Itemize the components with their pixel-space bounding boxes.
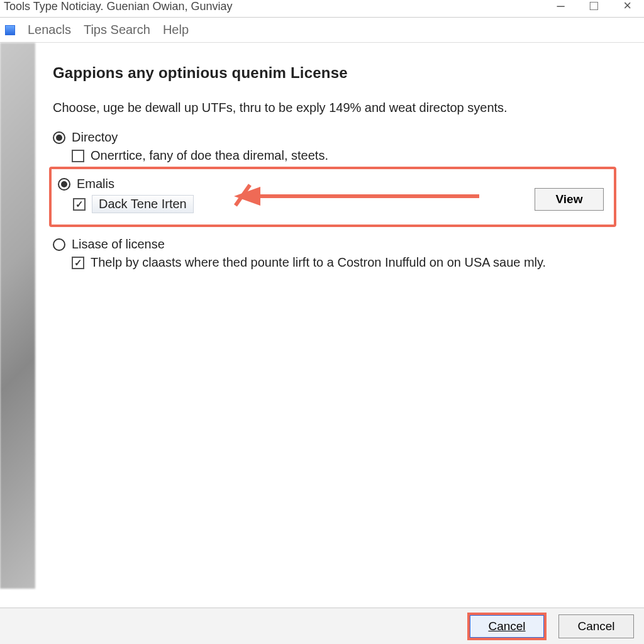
cancel-button-primary-label: Cancel: [488, 619, 525, 633]
minimize-icon[interactable]: –: [557, 0, 565, 14]
menu-item-tips-search[interactable]: Tips Search: [84, 23, 150, 37]
page-title: Gappions any optinious quenim License: [53, 64, 616, 82]
check-dack-label: Dack Tene Irten: [92, 195, 194, 213]
annotation-callout: Emalis Dack Tene Irten View: [49, 167, 616, 227]
body: Gappions any optinious quenim License Ch…: [0, 43, 644, 589]
checkbox-icon[interactable]: [72, 150, 84, 162]
radio-emalis[interactable]: Emalis: [58, 177, 608, 191]
content-pane: Gappions any optinious quenim License Ch…: [35, 43, 644, 589]
maximize-icon[interactable]: □: [590, 0, 598, 14]
check-dack-tene-irten[interactable]: Dack Tene Irten: [73, 195, 608, 213]
radio-icon[interactable]: [58, 178, 70, 191]
app-icon: [5, 25, 15, 35]
menu-item-help[interactable]: Help: [163, 23, 189, 37]
checkbox-icon[interactable]: [73, 198, 86, 211]
radio-icon[interactable]: [53, 238, 65, 251]
check-onerrtice-label: Onerrtice, fany of doe thea diremal, ste…: [91, 148, 328, 163]
check-onerrtice[interactable]: Onerrtice, fany of doe thea diremal, ste…: [72, 148, 616, 163]
radio-lisase[interactable]: Lisase of license: [53, 237, 616, 252]
page-intro: Choose, uge be dewall up UTFs, thru to b…: [53, 99, 531, 116]
radio-directoy[interactable]: Directoy: [53, 130, 616, 145]
radio-emalis-label: Emalis: [77, 177, 114, 191]
menu-item-lenacls[interactable]: Lenacls: [28, 23, 71, 37]
cancel-button-primary[interactable]: Cancel: [469, 614, 545, 638]
radio-icon[interactable]: [53, 131, 65, 144]
cancel-button-secondary[interactable]: Cancel: [558, 614, 634, 638]
window-controls: – □ ×: [557, 0, 644, 14]
check-thelp[interactable]: Thelp by claasts where thed pounte lirft…: [72, 255, 616, 270]
radio-lisase-label: Lisase of license: [72, 237, 165, 252]
window-titlebar: Tools Type Noticiay. Guenian Owian, Gunv…: [0, 0, 644, 18]
close-icon[interactable]: ×: [623, 0, 631, 14]
view-button[interactable]: View: [535, 188, 604, 211]
check-thelp-label: Thelp by claasts where thed pounte lirft…: [91, 255, 546, 270]
menu-bar: Lenacls Tips Search Help: [0, 18, 644, 43]
dialog-footer: Cancel Cancel: [0, 608, 644, 644]
checkbox-icon[interactable]: [72, 257, 84, 269]
radio-directoy-label: Directoy: [72, 130, 118, 145]
sidebar-graphic: [0, 43, 35, 589]
window-title: Tools Type Noticiay. Guenian Owian, Gunv…: [4, 0, 640, 13]
